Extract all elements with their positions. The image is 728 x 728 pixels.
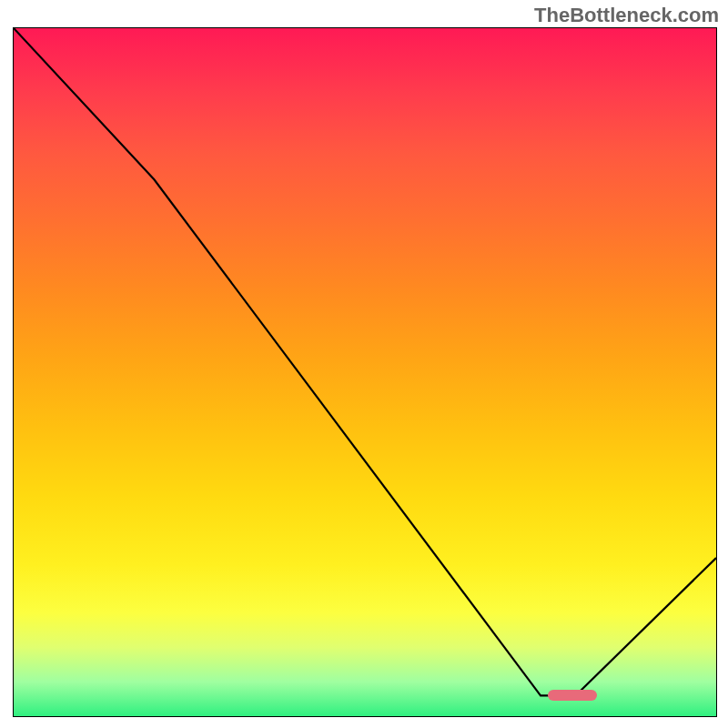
optimal-marker — [548, 690, 597, 701]
bottleneck-curve — [14, 28, 716, 695]
plot-area — [13, 27, 717, 717]
curve-layer — [14, 28, 716, 716]
watermark-text: TheBottleneck.com — [534, 4, 719, 27]
chart-container: TheBottleneck.com — [0, 0, 728, 728]
